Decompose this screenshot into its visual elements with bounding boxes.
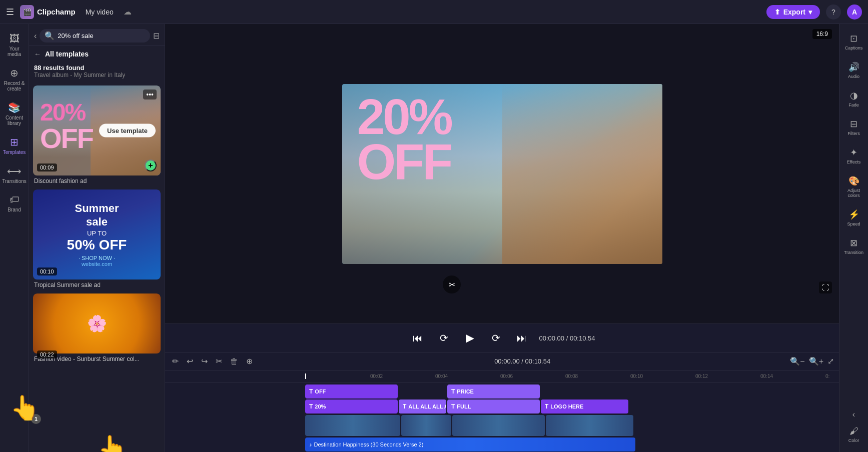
sidebar-item-templates[interactable]: ⊞ Templates	[2, 132, 28, 159]
sidebar-item-brand-kit[interactable]: 🏷 Brand	[2, 190, 28, 216]
sidebar-item-record-create[interactable]: ⊕ Record & create	[2, 63, 28, 96]
sidebar-item-adjust-colors[interactable]: 🎨 Adjust colors	[841, 172, 867, 202]
back-button[interactable]: ‹	[34, 32, 37, 40]
right-sidebar: ⊡ Captions 🔊 Audio ◑ Fade ⊟ Filters ✦ Ef…	[839, 24, 868, 452]
clip-label-20percent: 20%	[315, 404, 326, 410]
template-nav: ← All templates	[29, 46, 165, 62]
export-chevron-icon: ▾	[808, 8, 812, 16]
clip-full[interactable]: T FULL	[447, 400, 540, 414]
draw-tool-button[interactable]: ✏	[170, 356, 181, 367]
ruler-mark-12: 00:12	[695, 374, 760, 379]
captions-label: Captions	[845, 46, 863, 50]
summer-title: Summersale	[75, 202, 119, 228]
sidebar-item-speed[interactable]: ⚡ Speed	[841, 205, 867, 230]
search-input[interactable]	[58, 32, 145, 40]
template-more-button[interactable]: •••	[143, 90, 157, 100]
help-button[interactable]: ?	[826, 4, 841, 20]
fit-timeline-button[interactable]: ⤢	[827, 356, 834, 366]
sidebar-item-audio[interactable]: 🔊 Audio	[841, 58, 867, 83]
sidebar-item-fade[interactable]: ◑ Fade	[841, 86, 867, 112]
clip-off[interactable]: T OFF	[305, 384, 398, 398]
timeline-track-video	[165, 414, 839, 436]
ruler-mark-0	[305, 374, 370, 379]
cursor-badge-1: 1	[31, 414, 41, 424]
split-button[interactable]: ✂	[214, 356, 224, 367]
filters-label: Filters	[847, 131, 860, 136]
summer-off: 50% OFF	[67, 237, 127, 253]
back-nav-icon: ←	[34, 50, 41, 58]
video-title[interactable]: My video	[82, 6, 118, 18]
delete-button[interactable]: 🗑	[228, 356, 240, 367]
sidebar-item-captions[interactable]: ⊡ Captions	[841, 29, 867, 54]
undo-button[interactable]: ↩	[185, 356, 195, 367]
results-count: 88 results found	[34, 64, 160, 72]
export-button[interactable]: ⬆ Export ▾	[766, 5, 820, 19]
sidebar-item-transitions[interactable]: ⟷ Transitions	[2, 161, 28, 188]
fullscreen-button[interactable]: ⛶	[819, 282, 832, 294]
sidebar-item-color[interactable]: 🖌 Color	[841, 422, 867, 447]
sidebar-item-filters[interactable]: ⊟ Filters	[841, 114, 867, 140]
clip-all[interactable]: T ALL ALL ALL A	[399, 400, 446, 414]
fast-forward-button[interactable]: ⟳	[487, 329, 505, 347]
clip-logo[interactable]: T LOGO HERE	[541, 400, 628, 414]
video-clip-1[interactable]	[305, 415, 400, 436]
template-item-fashion-sunburst[interactable]: 🌸 00:22 Fashion video - Sunburst Summer …	[33, 294, 161, 362]
sidebar-item-your-media[interactable]: 🖼 Your media	[2, 29, 28, 61]
template-item-discount-fashion[interactable]: 20% OFF ••• 00:09 + Use template Discoun…	[33, 86, 161, 184]
sidebar-item-transition[interactable]: ⊠ Transition	[841, 234, 867, 259]
ruler-mark-14: 00:14	[760, 374, 825, 379]
timeline-track-text-2: T 20% T ALL ALL ALL A T FULL T	[165, 400, 839, 414]
use-template-button[interactable]: Use template	[99, 124, 156, 138]
zoom-in-button[interactable]: 🔍+	[809, 356, 823, 366]
crop-button[interactable]: ✂	[443, 276, 461, 294]
export-label: Export	[783, 8, 805, 16]
summer-shop: · SHOP NOW ·	[79, 255, 115, 261]
video-clip-3[interactable]	[452, 415, 545, 436]
video-clip-2[interactable]	[401, 415, 451, 436]
add-button[interactable]: ⊕	[244, 356, 255, 367]
template-label-2: Tropical Summer sale ad	[33, 280, 161, 288]
speed-label: Speed	[847, 222, 860, 226]
skip-back-button[interactable]: ⏮	[409, 329, 427, 347]
timeline-track-text-1: T OFF T PRICE	[165, 384, 839, 398]
zoom-out-button[interactable]: 🔍−	[790, 356, 804, 366]
search-icon: 🔍	[45, 31, 55, 40]
all-templates-label[interactable]: All templates	[45, 50, 89, 58]
template-add-button[interactable]: +	[145, 160, 157, 172]
sidebar-item-content-library[interactable]: 📚 Content library	[2, 98, 28, 130]
video-preview: 16:9 20% OFF ✂ ⛶	[165, 24, 839, 324]
play-pause-button[interactable]: ▶	[461, 329, 479, 347]
clip-price[interactable]: T PRICE	[447, 384, 540, 398]
ruler-mark-08: 00:08	[565, 374, 630, 379]
template-item-summer-sale[interactable]: Summersale UP TO 50% OFF · SHOP NOW · we…	[33, 190, 161, 288]
user-avatar[interactable]: A	[847, 4, 862, 20]
sidebar-collapse-chevron[interactable]: ‹	[852, 410, 855, 419]
video-person-silhouette	[502, 84, 662, 264]
audio-clip[interactable]: ♪ Destination Happiness (30 Seconds Vers…	[305, 438, 635, 452]
ruler-mark-more: 0:	[825, 374, 829, 379]
ruler-mark-10: 00:10	[630, 374, 695, 379]
clip-20percent[interactable]: T 20%	[305, 400, 398, 414]
summer-sub: UP TO	[87, 230, 107, 237]
sidebar-item-label: Content library	[4, 115, 26, 126]
timeline-playhead[interactable]	[305, 374, 306, 379]
menu-icon[interactable]: ☰	[6, 6, 14, 18]
redo-button[interactable]: ↪	[199, 356, 210, 367]
effects-label: Effects	[847, 160, 860, 164]
fade-label: Fade	[848, 102, 859, 108]
filter-button[interactable]: ⊟	[153, 31, 160, 40]
topbar: ☰ 🎬 Clipchamp My video ☁ ⬆ Export ▾ ? A	[0, 0, 868, 24]
sidebar-item-effects[interactable]: ✦ Effects	[841, 143, 867, 168]
overlay-20-percent: 20%	[357, 94, 451, 139]
template-list: 20% OFF ••• 00:09 + Use template Discoun…	[29, 82, 165, 452]
rewind-button[interactable]: ⟳	[435, 329, 453, 347]
topbar-right: ⬆ Export ▾ ? A	[766, 4, 862, 20]
adjust-colors-label: Adjust colors	[843, 188, 865, 198]
skip-forward-button[interactable]: ⏭	[513, 329, 531, 347]
audio-clip-label: Destination Happiness (30 Seconds Verse …	[314, 442, 424, 448]
template-duration-3: 00:22	[37, 350, 57, 354]
video-clip-4[interactable]	[546, 415, 633, 436]
filters-icon: ⊟	[850, 118, 857, 130]
adjust-colors-icon: 🎨	[848, 176, 859, 186]
brand-name: Clipchamp	[37, 8, 76, 16]
